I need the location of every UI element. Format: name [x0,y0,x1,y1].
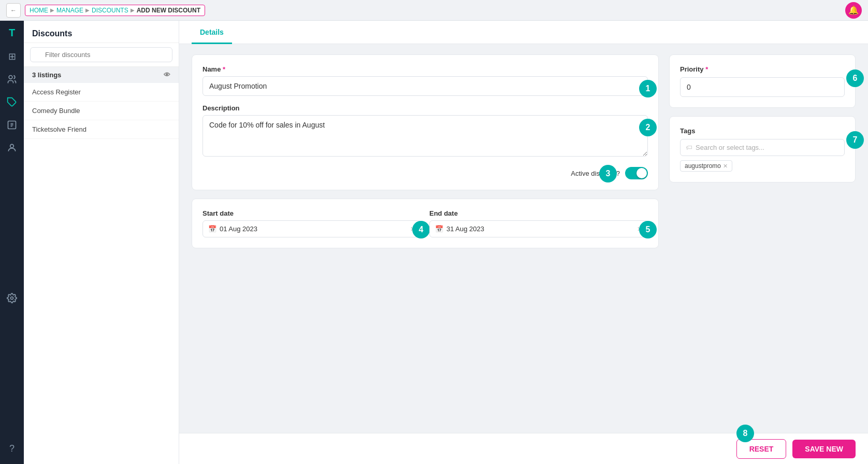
listings-row: 3 listings 👁 [24,67,179,83]
breadcrumb-manage[interactable]: MANAGE [56,7,83,14]
sidebar-icon-settings[interactable] [3,289,21,307]
step-3-circle: 3 [599,165,617,182]
step-8-circle: 8 [736,425,754,442]
step-1-circle: 1 [639,80,657,97]
breadcrumb-sep-3: ▶ [131,7,135,13]
form-section-dates: Start date 📅 01 Aug 2023 ✕ 4 End date [192,199,659,248]
sidebar: T ⊞ ? [0,21,24,464]
priority-input[interactable] [680,77,845,97]
left-panel-title: Discounts [24,21,179,43]
name-label: Name * [202,65,648,73]
eye-icon[interactable]: 👁 [164,71,170,79]
save-new-button[interactable]: SAVE NEW [792,440,856,458]
tag-badge-augustpromo: augustpromo ✕ [680,160,732,172]
breadcrumb-home[interactable]: HOME [30,7,48,14]
breadcrumb-sep-2: ▶ [85,7,90,13]
top-bar: ← HOME ▶ MANAGE ▶ DISCOUNTS ▶ ADD NEW DI… [0,0,868,21]
sidebar-icon-badge[interactable] [3,116,21,134]
main-layout: T ⊞ ? Discounts 🔍 3 listings 👁 [0,21,868,464]
priority-section: Priority * 6 [669,54,856,108]
tag-label: augustpromo [685,162,721,170]
content-area: Details Name * 1 [179,21,868,464]
end-date-label: End date [429,209,648,217]
calendar-icon-end: 📅 [435,225,443,233]
active-row: 3 Active discount? [202,167,648,179]
listings-count: 3 listings [32,71,61,79]
step-7-circle: 7 [846,131,864,149]
description-field-wrap: Description Code for 10% off for sales i… [202,104,648,159]
end-date-value: 31 Aug 2023 [446,225,484,233]
form-section-main: Name * 1 Description Code for 10% off fo… [192,54,659,190]
filter-bar: 🔍 [24,43,179,67]
priority-label: Priority * [680,65,845,73]
tags-search[interactable]: 🏷 Search or select tags... [680,139,845,156]
step-2-circle: 2 [639,119,657,136]
left-panel: Discounts 🔍 3 listings 👁 Access Register… [24,21,179,464]
start-date-label: Start date [202,209,421,217]
svg-point-0 [9,76,12,79]
breadcrumb-sep-1: ▶ [50,7,54,13]
back-button[interactable]: ← [6,3,21,18]
list-item-ticketsolve-friend[interactable]: Ticketsolve Friend [24,120,179,139]
sidebar-icon-help[interactable]: ? [3,439,21,458]
end-date-input[interactable]: 📅 31 Aug 2023 ✕ [429,220,648,237]
tags-section: Tags 🏷 Search or select tags... augustpr… [669,116,856,182]
description-label: Description [202,104,648,112]
list-item-access-register[interactable]: Access Register [24,83,179,102]
step-6-circle: 6 [846,69,864,87]
form-area: Name * 1 Description Code for 10% off fo… [179,44,868,433]
date-row: Start date 📅 01 Aug 2023 ✕ 4 End date [202,209,648,237]
sidebar-icon-users[interactable] [3,70,21,89]
active-toggle[interactable] [625,167,648,179]
sidebar-icon-person[interactable] [3,138,21,157]
svg-point-4 [11,297,13,300]
svg-point-3 [10,144,14,148]
sidebar-icon-tag[interactable] [3,93,21,111]
start-date-input[interactable]: 📅 01 Aug 2023 ✕ [202,220,421,237]
start-date-value: 01 Aug 2023 [220,225,257,233]
breadcrumb-add-new: ADD NEW DISCOUNT [137,7,200,14]
breadcrumb-discounts[interactable]: DISCOUNTS [92,7,128,14]
tabs-bar: Details [179,21,868,44]
sidebar-icon-grid[interactable]: ⊞ [3,47,21,66]
calendar-icon-start: 📅 [208,225,216,233]
step-5-circle: 5 [639,221,657,238]
tab-details[interactable]: Details [192,21,232,44]
form-main: Name * 1 Description Code for 10% off fo… [192,54,659,423]
logo: T [9,27,15,39]
description-input[interactable]: Code for 10% off for sales in August [202,115,648,157]
name-input[interactable] [202,76,648,96]
start-date-field: Start date 📅 01 Aug 2023 ✕ 4 [202,209,421,237]
footer-bar: 8 RESET SAVE NEW [179,433,868,464]
notification-button[interactable]: 🔔 [845,2,862,19]
toggle-knob [636,168,647,178]
tags-list: augustpromo ✕ [680,160,845,172]
tag-search-icon: 🏷 [686,144,692,151]
tags-placeholder: Search or select tags... [696,144,764,151]
end-date-field: End date 📅 31 Aug 2023 ✕ 5 [429,209,648,237]
form-side: Priority * 6 Tags 🏷 Search or select tag… [669,54,856,423]
breadcrumb: HOME ▶ MANAGE ▶ DISCOUNTS ▶ ADD NEW DISC… [25,5,205,16]
top-bar-right: 🔔 [845,2,862,19]
name-field-wrap: Name * 1 [202,65,648,96]
tag-remove-augustpromo[interactable]: ✕ [723,163,728,170]
step-4-circle: 4 [412,221,430,238]
list-item-comedy-bundle[interactable]: Comedy Bundle [24,102,179,120]
filter-input[interactable] [30,47,172,62]
tags-label: Tags [680,127,845,135]
